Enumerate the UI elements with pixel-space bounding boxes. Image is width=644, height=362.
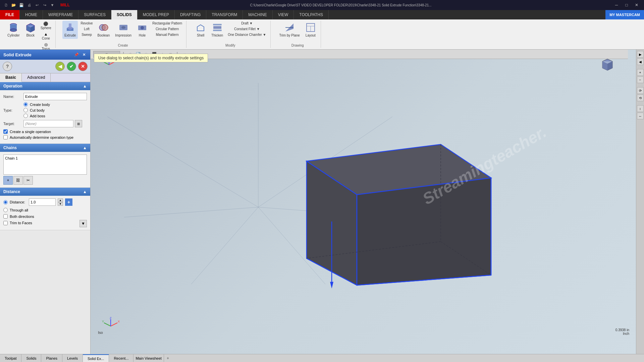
spin-down-button[interactable]: ▼ — [58, 202, 63, 206]
sweep-button[interactable]: Sweep — [79, 32, 94, 37]
tab-home[interactable]: HOME — [20, 10, 43, 19]
impression-button[interactable]: Impression — [113, 21, 133, 39]
bottom-tab-solid-ex[interactable]: Solid Ex... — [83, 354, 109, 362]
redo-icon[interactable]: ↪ — [41, 2, 48, 8]
bottom-tab-planes[interactable]: Planes — [41, 354, 62, 362]
target-input[interactable] — [23, 120, 73, 127]
bottom-tab-levels[interactable]: Levels — [62, 354, 83, 362]
chains-collapse-icon: ▲ — [83, 145, 87, 150]
rs-btn8[interactable]: ↔ — [637, 113, 644, 119]
distance-section-header[interactable]: Distance ▲ — [0, 188, 90, 196]
radio-create-body[interactable]: Create body — [23, 102, 50, 107]
ok-button[interactable]: ✔ — [67, 62, 76, 71]
tab-view[interactable]: VIEW — [273, 10, 294, 19]
radio-distance[interactable]: Distance: — [3, 200, 27, 204]
minimize-button[interactable]: ─ — [612, 2, 621, 8]
trim-by-plane-button[interactable]: Trim by Plane — [277, 21, 302, 39]
rs-btn6[interactable]: ⟲ — [637, 95, 644, 101]
fillet-button[interactable]: Constant Fillet ▼ — [226, 26, 267, 32]
layout-label: Layout — [306, 34, 316, 38]
rs-btn3[interactable]: + — [637, 69, 644, 76]
sphere-button[interactable]: ⚫ Sphere — [39, 21, 53, 31]
operation-section-header[interactable]: Operation ▲ — [0, 82, 90, 90]
radio-through-all[interactable]: Through all — [3, 208, 87, 212]
cancel-button[interactable]: ✕ — [78, 62, 88, 71]
loft-button[interactable]: Loft — [79, 26, 94, 32]
auto-determine-check[interactable]: Automatically determine operation type — [3, 135, 87, 139]
chains-label: Chains — [3, 145, 17, 150]
radio-add-boss[interactable]: Add boss — [23, 114, 50, 118]
extrude-button[interactable]: Extrude — [62, 21, 78, 39]
layout-button[interactable]: Layout — [303, 21, 318, 39]
target-select-button[interactable]: ⊞ — [75, 120, 82, 127]
side-panel: Solid Extrude 📌 ✕ ? ◀ ✔ ✕ Basic Advanced… — [0, 50, 91, 354]
revolve-button[interactable]: Revolve — [79, 21, 94, 26]
panel-pin-button[interactable]: 📌 — [73, 52, 79, 58]
orientation-cube[interactable] — [599, 56, 616, 74]
tab-machine[interactable]: MACHINE — [243, 10, 272, 19]
chain-unlink-button[interactable]: ✂ — [23, 176, 33, 185]
tab-file[interactable]: FILE — [0, 10, 20, 19]
name-input[interactable] — [23, 93, 87, 100]
boolean-button[interactable]: Boolean — [96, 21, 112, 39]
rs-btn4[interactable]: − — [637, 76, 644, 83]
operation-section: Operation ▲ Name: Type: Create body — [0, 82, 90, 144]
tab-drafting[interactable]: DRAFTING — [175, 10, 206, 19]
hole-button[interactable]: Hole — [135, 21, 150, 39]
tab-transform[interactable]: TRANSFORM — [206, 10, 243, 19]
tab-model-prep[interactable]: MODEL PREP — [138, 10, 175, 19]
panel-close-button[interactable]: ✕ — [81, 52, 87, 58]
rs-btn2[interactable]: ◀ — [637, 58, 644, 65]
filepath: C:\Users\Charlie\Google Drive\ST VIDEO D… — [70, 3, 612, 7]
cone-button[interactable]: ▲ Cone — [39, 31, 53, 41]
chain-link-button[interactable]: ⛓ — [13, 176, 23, 185]
window-controls: ─ □ ✕ — [612, 2, 641, 8]
both-directions-check[interactable]: Both directions — [3, 214, 87, 219]
tab-wireframe[interactable]: WIREFRAME — [43, 10, 78, 19]
rect-pattern-button[interactable]: Rectangular Pattern — [151, 21, 183, 26]
bottom-tab-toolpat[interactable]: Toolpat — [0, 354, 21, 362]
block-button[interactable]: Block — [23, 21, 38, 39]
undo-icon[interactable]: ↩ — [34, 2, 40, 8]
bottom-tab-solids[interactable]: Solids — [21, 354, 41, 362]
open-icon[interactable]: 📂 — [10, 2, 17, 8]
manual-pattern-button[interactable]: Manual Pattern — [151, 32, 183, 37]
my-mastercam-badge[interactable]: MY MASTERCAM — [605, 10, 644, 19]
rs-btn5[interactable]: ⟳ — [637, 87, 644, 94]
bottom-tab-recent[interactable]: Recent... — [109, 354, 133, 362]
tab-advanced[interactable]: Advanced — [22, 73, 51, 82]
back-button[interactable]: ◀ — [55, 62, 65, 71]
chamfer-button[interactable]: One Distance Chamfer ▼ — [226, 32, 267, 37]
circ-pattern-button[interactable]: Circular Pattern — [151, 26, 183, 32]
expand-button[interactable]: ▼ — [79, 220, 87, 227]
tab-basic[interactable]: Basic — [0, 73, 22, 82]
distance-value-input[interactable] — [29, 198, 56, 206]
tab-surfaces[interactable]: SURFACES — [78, 10, 111, 19]
radio-cut-body[interactable]: Cut body — [23, 108, 50, 112]
save-icon[interactable]: 💾 — [18, 2, 25, 8]
close-button[interactable]: ✕ — [632, 2, 641, 8]
thicken-button[interactable]: Thicken — [209, 21, 225, 39]
rs-btn7[interactable]: ↕ — [637, 105, 644, 112]
spin-up-button[interactable]: ▲ — [58, 198, 63, 202]
cylinder-button[interactable]: Cylinder — [5, 21, 22, 39]
draft-button[interactable]: Draft ▼ — [226, 21, 267, 26]
maximize-button[interactable]: □ — [622, 2, 631, 8]
main-viewsheet-tab[interactable]: Main Viewsheet — [133, 354, 164, 362]
print-icon[interactable]: 🖨 — [26, 2, 33, 8]
rs-btn1[interactable]: ▶ — [637, 51, 644, 58]
more-icon[interactable]: ▼ — [49, 2, 56, 8]
tab-toolpaths[interactable]: TOOLPATHS — [294, 10, 329, 19]
tab-solids[interactable]: SOLIDS — [111, 10, 138, 19]
distance-add-button[interactable]: + — [65, 198, 72, 206]
help-button[interactable]: ? — [3, 62, 12, 71]
new-icon[interactable]: 🗋 — [3, 2, 9, 8]
chains-section-header[interactable]: Chains ▲ — [0, 144, 90, 152]
shell-button[interactable]: Shell — [193, 21, 208, 39]
trim-to-faces-check[interactable]: Trim to Faces — [3, 221, 32, 225]
create-single-check[interactable]: Create a single operation — [3, 129, 87, 134]
add-viewsheet-button[interactable]: + — [164, 354, 172, 362]
chain-add-button[interactable]: + — [3, 176, 13, 185]
svg-marker-34 — [357, 178, 491, 285]
chain-item: Chain 1 — [5, 156, 85, 160]
